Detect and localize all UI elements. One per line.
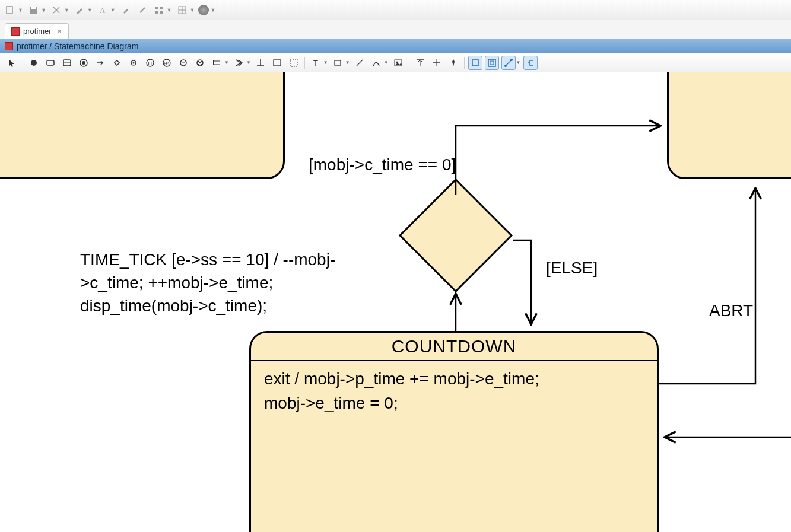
svg-rect-45 <box>490 61 494 65</box>
diagram-file-icon <box>5 42 13 50</box>
svg-rect-7 <box>160 11 163 14</box>
svg-point-46 <box>504 65 507 67</box>
transition-icon[interactable] <box>93 56 107 70</box>
font-icon[interactable]: A <box>96 4 109 17</box>
fork-icon[interactable] <box>209 56 224 70</box>
new-icon[interactable] <box>4 4 17 17</box>
line-tool-icon[interactable] <box>352 56 367 70</box>
join-icon[interactable] <box>231 56 246 70</box>
dropdown-icon[interactable]: ▼ <box>323 60 328 65</box>
svg-rect-0 <box>7 7 12 14</box>
final-state-icon[interactable] <box>77 56 91 70</box>
svg-rect-12 <box>47 60 54 65</box>
svg-line-36 <box>357 60 363 66</box>
region-icon[interactable] <box>270 56 284 70</box>
svg-text:H: H <box>148 60 153 66</box>
router-icon[interactable] <box>523 56 538 70</box>
dropdown-icon[interactable]: ▼ <box>246 60 251 65</box>
save-icon[interactable] <box>27 4 40 17</box>
separator <box>304 57 305 69</box>
svg-rect-6 <box>155 11 158 14</box>
pencil-icon[interactable] <box>73 4 86 17</box>
cut-icon[interactable] <box>50 4 63 17</box>
state-countdown[interactable]: COUNTDOWN exit / mobj->p_time += mobj->e… <box>249 331 659 532</box>
dropdown-icon[interactable]: ▼ <box>345 60 350 65</box>
svg-rect-4 <box>155 7 158 9</box>
palette-toolbar: H H* ▼ ▼ T▼ ▼ ▼ ▼ <box>0 53 791 72</box>
dropdown-icon[interactable]: ▼ <box>384 60 389 65</box>
note-icon[interactable] <box>287 56 301 70</box>
entry-point-icon[interactable] <box>176 56 190 70</box>
transition-guard-zero[interactable]: [mobj->c_time == 0] <box>309 153 456 176</box>
main-toolbar: ▼ ▼ ▼ ▼ A▼ ▼ ▼ ▼ <box>0 0 791 20</box>
state-box-partial-top-left[interactable] <box>0 72 285 179</box>
grid2-icon[interactable] <box>176 4 189 17</box>
dropdown-icon[interactable]: ▼ <box>210 7 215 13</box>
dropdown-icon[interactable]: ▼ <box>64 7 69 13</box>
connector-icon[interactable] <box>501 56 516 70</box>
circle-fill-icon[interactable] <box>198 5 209 15</box>
transition-abrt-label[interactable]: ABRT <box>709 299 753 322</box>
svg-rect-18 <box>115 60 119 65</box>
svg-rect-5 <box>160 7 163 9</box>
initial-state-icon[interactable] <box>27 56 41 70</box>
close-icon[interactable]: ✕ <box>56 27 62 36</box>
dropdown-icon[interactable]: ▼ <box>190 7 195 13</box>
svg-point-11 <box>31 60 37 66</box>
svg-point-20 <box>133 62 135 63</box>
junction-icon[interactable] <box>126 56 141 70</box>
svg-rect-33 <box>290 59 297 66</box>
svg-text:H*: H* <box>164 61 169 66</box>
transition-else-label[interactable]: [ELSE] <box>546 256 598 279</box>
state-countdown-title: COUNTDOWN <box>251 333 657 360</box>
grid-icon[interactable] <box>153 4 166 17</box>
image-icon[interactable] <box>391 56 405 70</box>
svg-rect-32 <box>274 60 281 66</box>
svg-rect-43 <box>472 60 478 66</box>
box2-icon[interactable] <box>485 56 499 70</box>
choice-icon[interactable] <box>110 56 124 70</box>
align-top-icon[interactable] <box>413 56 427 70</box>
composite-state-icon[interactable] <box>60 56 74 70</box>
diagram-file-icon <box>11 27 20 36</box>
choice-pseudostate[interactable] <box>399 179 513 292</box>
box1-icon[interactable] <box>468 56 482 70</box>
brush-icon[interactable] <box>136 4 149 17</box>
svg-rect-35 <box>335 60 341 65</box>
exit-point-icon[interactable] <box>193 56 207 70</box>
state-rect-icon[interactable] <box>43 56 58 70</box>
curve-tool-icon[interactable] <box>369 56 383 70</box>
svg-text:A: A <box>100 6 106 15</box>
separator <box>409 57 409 69</box>
dropdown-icon[interactable]: ▼ <box>18 7 23 13</box>
diagram-canvas[interactable]: COUNTDOWN exit / mobj->p_time += mobj->e… <box>0 72 791 532</box>
separator <box>464 57 465 69</box>
text-icon[interactable]: T <box>309 56 323 70</box>
dropdown-icon[interactable]: ▼ <box>87 7 93 13</box>
editor-title-bar: protimer / Statemachine Diagram <box>0 39 791 53</box>
pointer-icon[interactable] <box>5 56 19 70</box>
svg-rect-2 <box>31 7 36 9</box>
svg-text:T: T <box>313 59 318 68</box>
dropdown-icon[interactable]: ▼ <box>110 7 116 13</box>
dropdown-icon[interactable]: ▼ <box>41 7 46 13</box>
dropdown-icon[interactable]: ▼ <box>516 60 521 65</box>
history-hstar-icon[interactable]: H* <box>160 56 174 70</box>
svg-rect-44 <box>488 59 495 66</box>
tab-row: protimer ✕ <box>0 20 791 39</box>
state-box-partial-top-right[interactable] <box>667 72 791 179</box>
align-middle-icon[interactable] <box>430 56 444 70</box>
transition-tick-label[interactable]: TIME_TICK [e->ss == 10] / --mobj->c_time… <box>80 248 371 318</box>
dropdown-icon[interactable]: ▼ <box>167 7 172 13</box>
dropdown-icon[interactable]: ▼ <box>224 60 229 65</box>
separator <box>23 57 23 69</box>
editor-title-text: protimer / Statemachine Diagram <box>17 42 138 51</box>
state-countdown-body: exit / mobj->p_time += mobj->e_time; mob… <box>251 361 657 421</box>
tab-protimer[interactable]: protimer ✕ <box>5 23 69 39</box>
history-h-icon[interactable]: H <box>143 56 157 70</box>
paint-icon[interactable] <box>119 4 132 17</box>
rect-tool-icon[interactable] <box>331 56 345 70</box>
tab-label: protimer <box>23 27 52 36</box>
pin-icon[interactable] <box>446 56 460 70</box>
terminate-icon[interactable] <box>253 56 268 70</box>
